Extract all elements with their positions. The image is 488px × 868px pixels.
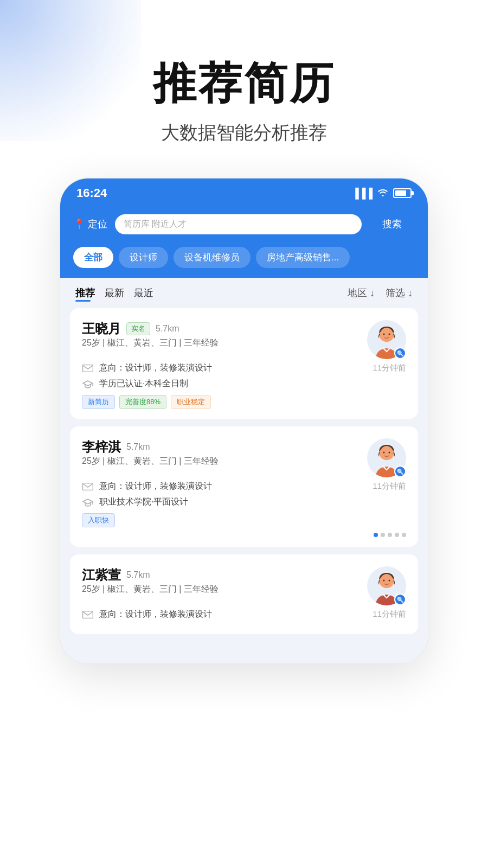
svg-point-3 [389,334,390,335]
svg-rect-10 [83,483,93,490]
dot-1 [374,533,378,537]
distance-3: 5.7km [126,570,150,580]
search-button[interactable]: 搜索 [369,212,415,236]
card-info-2: 25岁 | 椒江、黄岩、三门 | 三年经验 [82,456,219,467]
card-header-1: 王晓月 实名 5.7km 25岁 | 椒江、黄岩、三门 | 三年经验 [82,320,406,359]
card-intention-row-3: 意向：设计师，装修装演设计 11分钟前 [82,609,406,620]
hero-subtitle: 大数据智能分析推荐 [22,120,466,145]
filter-area[interactable]: 地区 ↓ [348,286,375,299]
battery-icon [393,188,412,198]
dot-2 [381,533,385,537]
signal-icon: ▐▐▐ [352,188,373,199]
category-tabs: 全部 设计师 设备机维修员 房地产高级销售... [60,247,428,278]
card-education-row-1: 学历已认证·本科全日制 [82,378,406,390]
search-bar-area: 📍 定位 简历库 附近人才 搜索 [60,206,428,247]
avatar-search-badge-2 [394,465,406,477]
search-input-box[interactable]: 简历库 附近人才 [115,214,362,234]
avatar-search-badge-1 [394,347,406,359]
card-info-3: 25岁 | 椒江、黄岩、三门 | 三年经验 [82,584,219,595]
card-name-row-2: 李梓淇 5.7km [82,438,219,456]
card-intention-row-2: 意向：设计师，装修装演设计 11分钟前 [82,481,406,492]
avatar-3 [367,566,406,605]
sort-recommended[interactable]: 推荐 [75,286,105,299]
card-education-row-2: 职业技术学院·平面设计 [82,496,406,508]
card-intention-text-3: 意向：设计师，装修装演设计 [99,609,212,620]
card-tags-2: 入职快 [82,513,406,527]
tag-stable: 职业稳定 [171,395,211,409]
card-intention-text-2: 意向：设计师，装修装演设计 [99,481,212,492]
category-tab-maintenance[interactable]: 设备机维修员 [174,247,251,268]
sort-bar: 推荐 最新 最近 地区 ↓ 筛选 ↓ [70,278,418,308]
card-time-1: 11分钟前 [373,363,406,373]
svg-point-8 [383,452,385,454]
category-tab-all[interactable]: 全部 [73,247,113,268]
location-label: 定位 [88,218,107,231]
status-icons: ▐▐▐ [352,188,412,199]
tag-quick-hire: 入职快 [82,513,115,527]
svg-rect-16 [83,611,93,618]
dot-3 [388,533,392,537]
resume-card-1[interactable]: 王晓月 实名 5.7km 25岁 | 椒江、黄岩、三门 | 三年经验 [70,308,418,419]
tag-completion: 完善度88% [119,395,166,409]
pagination-dots [82,533,406,537]
envelope-icon-2 [82,482,94,491]
card-name-3: 江紫萱 [82,566,121,584]
phone-mockup: 16:24 ▐▐▐ 📍 定位 [60,178,428,664]
phone-wrapper: 16:24 ▐▐▐ 📍 定位 [0,178,488,697]
card-education-text-2: 职业技术学院·平面设计 [99,496,188,508]
card-name-2: 李梓淇 [82,438,121,456]
card-header-2: 李梓淇 5.7km 25岁 | 椒江、黄岩、三门 | 三年经验 [82,438,406,477]
svg-rect-4 [83,365,93,372]
avatar-1 [367,320,406,359]
card-info-1: 25岁 | 椒江、黄岩、三门 | 三年经验 [82,337,219,349]
graduation-icon-1 [82,380,94,388]
list-area: 推荐 最新 最近 地区 ↓ 筛选 ↓ 王晓月 实名 5.7km [60,278,428,663]
svg-point-14 [383,580,385,582]
verified-badge-1: 实名 [126,322,150,335]
avatar-2 [367,438,406,477]
envelope-icon-1 [82,364,94,373]
card-intention-row-1: 意向：设计师，装修装演设计 11分钟前 [82,362,406,374]
resume-card-3[interactable]: 江紫萱 5.7km 25岁 | 椒江、黄岩、三门 | 三年经验 [70,554,418,634]
dot-4 [395,533,399,537]
svg-point-2 [383,334,385,335]
card-time-3: 11分钟前 [373,609,406,620]
tag-new-resume: 新简历 [82,395,115,409]
envelope-icon-3 [82,610,94,619]
filter-screen[interactable]: 筛选 ↓ [386,286,413,299]
bottom-fade [70,642,418,663]
status-time: 16:24 [76,186,107,200]
card-left-2: 李梓淇 5.7km 25岁 | 椒江、黄岩、三门 | 三年经验 [82,438,219,473]
avatar-search-badge-3 [394,593,406,605]
card-education-text-1: 学历已认证·本科全日制 [99,378,188,390]
card-left-3: 江紫萱 5.7km 25岁 | 椒江、黄岩、三门 | 三年经验 [82,566,219,601]
card-tags-1: 新简历 完善度88% 职业稳定 [82,395,406,409]
status-bar: 16:24 ▐▐▐ [60,178,428,206]
svg-point-9 [389,452,390,454]
graduation-icon-2 [82,498,94,507]
card-left-1: 王晓月 实名 5.7km 25岁 | 椒江、黄岩、三门 | 三年经验 [82,320,219,354]
sort-recent[interactable]: 最近 [134,286,163,299]
dot-5 [402,533,406,537]
card-header-3: 江紫萱 5.7km 25岁 | 椒江、黄岩、三门 | 三年经验 [82,566,406,605]
location-button[interactable]: 📍 定位 [73,218,107,231]
category-tab-realestate[interactable]: 房地产高级销售... [256,247,350,268]
card-intention-text-1: 意向：设计师，装修装演设计 [99,362,212,374]
distance-1: 5.7km [156,324,179,334]
location-icon: 📍 [73,218,85,230]
card-name-1: 王晓月 [82,320,121,337]
search-placeholder: 简历库 附近人才 [124,219,353,230]
card-name-row-3: 江紫萱 5.7km [82,566,219,584]
svg-point-7 [380,446,393,460]
sort-newest[interactable]: 最新 [105,286,134,299]
svg-point-13 [380,574,393,588]
sort-right: 地区 ↓ 筛选 ↓ [348,286,413,299]
category-tab-designer[interactable]: 设计师 [119,247,168,268]
svg-point-15 [389,580,390,582]
card-time-2: 11分钟前 [373,481,406,492]
hero-section: 推荐简历 大数据智能分析推荐 [0,0,488,178]
wifi-icon [377,188,389,199]
resume-card-2[interactable]: 李梓淇 5.7km 25岁 | 椒江、黄岩、三门 | 三年经验 [70,426,418,547]
svg-point-1 [380,328,393,342]
distance-2: 5.7km [126,442,150,452]
